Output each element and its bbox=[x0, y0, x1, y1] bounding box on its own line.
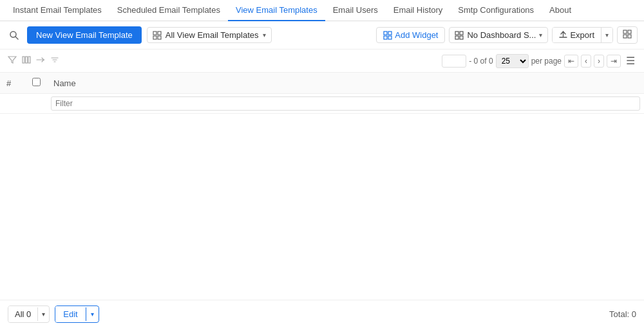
tab-email-users[interactable]: Email Users bbox=[325, 0, 386, 21]
dashboard-dropdown[interactable]: No Dashboard S... ▾ bbox=[449, 27, 548, 43]
svg-rect-17 bbox=[628, 35, 631, 38]
dashboard-label: No Dashboard S... bbox=[467, 30, 536, 40]
pagination-bar: 0 - 0 of 0 25 50 100 per page ⇤ ‹ › ⇥ ☰ bbox=[0, 50, 644, 73]
svg-rect-3 bbox=[158, 32, 161, 35]
svg-rect-19 bbox=[26, 57, 28, 63]
svg-rect-14 bbox=[623, 30, 627, 33]
widget-icon bbox=[383, 31, 392, 40]
search-button[interactable] bbox=[6, 28, 22, 43]
col-header-check[interactable] bbox=[26, 73, 47, 94]
table-container: # Name bbox=[0, 73, 644, 114]
filter-button[interactable] bbox=[6, 54, 18, 68]
svg-rect-20 bbox=[28, 57, 30, 63]
toolbar-right: Add Widget No Dashboard S... ▾ Export ▾ bbox=[376, 26, 638, 44]
filter-check-cell bbox=[26, 94, 47, 114]
dashboard-chevron-icon: ▾ bbox=[539, 32, 542, 39]
dashboard-icon bbox=[455, 31, 464, 40]
filter-name-cell bbox=[47, 94, 644, 114]
data-table: # Name bbox=[0, 73, 644, 114]
dropdown-label: All View Email Templates bbox=[166, 30, 259, 40]
grid-icon bbox=[623, 30, 632, 39]
svg-rect-6 bbox=[384, 32, 387, 35]
toolbar: New View Email Template All View Email T… bbox=[0, 21, 644, 50]
svg-rect-11 bbox=[460, 32, 463, 35]
svg-rect-7 bbox=[388, 32, 392, 35]
page-input[interactable]: 0 bbox=[442, 55, 466, 68]
col-header-name: Name bbox=[47, 73, 644, 94]
export-button[interactable]: Export bbox=[553, 28, 601, 42]
svg-rect-2 bbox=[153, 32, 156, 35]
add-widget-label: Add Widget bbox=[395, 30, 438, 40]
filter-icons bbox=[6, 54, 61, 68]
menu-button[interactable]: ☰ bbox=[623, 53, 638, 68]
col-header-num: # bbox=[0, 73, 26, 94]
next-page-button[interactable]: › bbox=[594, 55, 604, 68]
range-text: - 0 of 0 bbox=[469, 57, 493, 66]
export-dropdown-button[interactable]: ▾ bbox=[601, 28, 612, 42]
export-group: Export ▾ bbox=[552, 27, 613, 43]
svg-rect-16 bbox=[623, 35, 627, 38]
svg-rect-8 bbox=[384, 36, 387, 39]
svg-rect-13 bbox=[460, 36, 463, 39]
pagination-controls: 0 - 0 of 0 25 50 100 per page ⇤ ‹ › ⇥ ☰ bbox=[442, 53, 638, 68]
select-all-checkbox[interactable] bbox=[32, 78, 41, 86]
export-label: Export bbox=[570, 30, 594, 40]
svg-rect-10 bbox=[455, 32, 459, 35]
add-widget-button[interactable]: Add Widget bbox=[376, 27, 445, 43]
view-dropdown[interactable]: All View Email Templates ▾ bbox=[147, 27, 272, 43]
grid-view-button[interactable] bbox=[617, 26, 638, 44]
chevron-down-icon: ▾ bbox=[263, 32, 266, 39]
expand-button[interactable] bbox=[35, 54, 46, 68]
tab-smtp[interactable]: Smtp Configurations bbox=[450, 0, 542, 21]
svg-line-1 bbox=[15, 37, 18, 39]
tab-bar: Instant Email TemplatesScheduled Email T… bbox=[0, 0, 644, 21]
tab-view[interactable]: View Email Templates bbox=[228, 0, 325, 21]
tab-about[interactable]: About bbox=[542, 0, 579, 21]
last-page-button[interactable]: ⇥ bbox=[607, 55, 621, 68]
svg-rect-9 bbox=[388, 36, 392, 39]
svg-rect-12 bbox=[455, 36, 459, 39]
svg-rect-4 bbox=[153, 36, 156, 39]
table-header-row: # Name bbox=[0, 73, 644, 94]
tab-instant[interactable]: Instant Email Templates bbox=[5, 0, 109, 21]
filter-num-cell bbox=[0, 94, 26, 114]
tab-email-history[interactable]: Email History bbox=[386, 0, 451, 21]
filter-row bbox=[0, 94, 644, 114]
svg-rect-15 bbox=[628, 30, 631, 33]
per-page-select[interactable]: 25 50 100 bbox=[496, 54, 529, 68]
table-icon bbox=[153, 31, 162, 40]
new-view-email-template-button[interactable]: New View Email Template bbox=[27, 26, 142, 44]
columns-button[interactable] bbox=[21, 54, 32, 68]
prev-page-button[interactable]: ‹ bbox=[581, 55, 591, 68]
per-page-label: per page bbox=[531, 57, 562, 66]
name-filter-input[interactable] bbox=[51, 96, 640, 111]
svg-rect-5 bbox=[158, 36, 161, 39]
first-page-button[interactable]: ⇤ bbox=[564, 55, 578, 68]
sort-button[interactable] bbox=[49, 54, 61, 68]
svg-rect-18 bbox=[23, 57, 24, 63]
export-icon bbox=[559, 31, 567, 39]
tab-scheduled[interactable]: Scheduled Email Templates bbox=[109, 0, 228, 21]
